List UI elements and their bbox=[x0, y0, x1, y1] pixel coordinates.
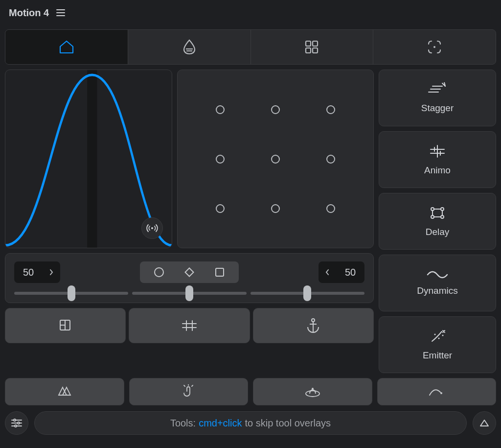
svg-point-47 bbox=[18, 422, 20, 424]
svg-point-39 bbox=[442, 335, 444, 336]
stagger-icon bbox=[428, 82, 447, 97]
swatches-icon bbox=[56, 385, 73, 398]
path-text-icon bbox=[180, 319, 199, 332]
svg-point-11 bbox=[151, 227, 153, 229]
shape-diamond[interactable] bbox=[174, 263, 205, 281]
timing-controls-panel: 50 bbox=[5, 253, 374, 303]
bottom-curve-path[interactable] bbox=[377, 378, 497, 405]
right-value-step[interactable] bbox=[319, 268, 336, 276]
tab-focus[interactable] bbox=[373, 30, 496, 64]
svg-point-40 bbox=[306, 391, 319, 397]
anchor-bc[interactable] bbox=[271, 204, 280, 213]
anchor-tr[interactable] bbox=[326, 105, 335, 114]
touch-icon bbox=[181, 384, 196, 399]
shape-circle[interactable] bbox=[144, 263, 174, 281]
anchor-tl[interactable] bbox=[216, 105, 225, 114]
sliders-icon bbox=[11, 418, 23, 428]
svg-point-48 bbox=[15, 425, 17, 427]
tool-sidebar: Stagger Animo Delay Dynamics Emitter bbox=[379, 70, 496, 373]
svg-rect-14 bbox=[216, 268, 224, 276]
emitter-icon bbox=[428, 329, 447, 344]
left-value-step[interactable] bbox=[43, 268, 60, 276]
svg-point-32 bbox=[441, 215, 444, 218]
anchor-tc[interactable] bbox=[271, 105, 280, 114]
svg-rect-13 bbox=[185, 268, 194, 277]
side-dynamics-label: Dynamics bbox=[417, 285, 457, 296]
anchor-mc[interactable] bbox=[271, 155, 280, 164]
easing-curve-panel[interactable] bbox=[5, 70, 172, 248]
svg-point-12 bbox=[155, 268, 163, 277]
svg-point-31 bbox=[431, 215, 434, 218]
menu-icon[interactable] bbox=[56, 9, 66, 17]
slider-3[interactable] bbox=[250, 292, 364, 295]
orbit-icon bbox=[304, 385, 321, 399]
broadcast-icon bbox=[146, 222, 158, 234]
svg-point-37 bbox=[434, 334, 436, 335]
hint-command: cmd+click bbox=[199, 418, 242, 429]
svg-point-38 bbox=[438, 338, 440, 339]
dynamics-icon bbox=[427, 270, 448, 280]
shape-selector bbox=[140, 261, 239, 283]
svg-rect-7 bbox=[306, 48, 311, 53]
anchor-point-panel bbox=[177, 70, 374, 248]
bottom-orbit[interactable] bbox=[253, 378, 372, 405]
svg-rect-6 bbox=[313, 41, 318, 46]
side-dynamics[interactable]: Dynamics bbox=[379, 255, 496, 311]
grid-icon bbox=[304, 39, 319, 55]
titlebar: Motion 4 bbox=[0, 0, 501, 25]
tool-layers[interactable] bbox=[5, 308, 126, 343]
tab-grid[interactable] bbox=[251, 30, 374, 64]
right-value-box: 50 bbox=[319, 261, 364, 283]
svg-point-41 bbox=[312, 388, 314, 390]
svg-point-29 bbox=[431, 208, 434, 211]
drop-icon bbox=[182, 39, 197, 55]
home-icon bbox=[58, 40, 75, 54]
broadcast-button[interactable] bbox=[141, 217, 163, 239]
anchor-bl[interactable] bbox=[216, 204, 225, 213]
main-tabs bbox=[5, 29, 496, 65]
side-animo[interactable]: Animo bbox=[379, 131, 496, 188]
slider-2[interactable] bbox=[132, 292, 246, 295]
shape-square[interactable] bbox=[205, 263, 235, 281]
collapse-button[interactable] bbox=[473, 411, 496, 435]
tab-drop[interactable] bbox=[128, 30, 251, 64]
focus-icon bbox=[426, 39, 443, 55]
svg-rect-10 bbox=[87, 70, 97, 248]
tool-path-text[interactable] bbox=[129, 308, 250, 343]
curve-path-icon bbox=[428, 385, 445, 398]
tab-home[interactable] bbox=[5, 30, 128, 64]
bottom-swatches[interactable] bbox=[5, 378, 124, 405]
slider-1[interactable] bbox=[14, 292, 128, 295]
svg-point-9 bbox=[433, 46, 435, 48]
svg-marker-49 bbox=[480, 420, 488, 426]
animo-icon bbox=[428, 143, 447, 159]
tool-anchor[interactable] bbox=[253, 308, 374, 343]
anchor-icon bbox=[306, 317, 320, 334]
bottom-touch[interactable] bbox=[129, 378, 249, 405]
hint-prefix: Tools: bbox=[170, 418, 196, 429]
side-emitter-label: Emitter bbox=[423, 350, 452, 361]
left-value-box: 50 bbox=[14, 261, 60, 283]
layers-icon bbox=[57, 317, 74, 334]
hint-bar: Tools: cmd+click to skip tool overlays bbox=[34, 411, 467, 435]
delay-icon bbox=[429, 205, 446, 221]
side-stagger[interactable]: Stagger bbox=[379, 70, 496, 126]
svg-point-30 bbox=[441, 208, 444, 211]
side-delay-label: Delay bbox=[426, 227, 450, 237]
side-delay[interactable]: Delay bbox=[379, 193, 496, 250]
svg-point-18 bbox=[312, 319, 315, 322]
left-value[interactable]: 50 bbox=[14, 267, 43, 278]
anchor-ml[interactable] bbox=[216, 155, 225, 164]
right-value[interactable]: 50 bbox=[336, 267, 364, 278]
app-title: Motion 4 bbox=[9, 7, 49, 19]
svg-point-46 bbox=[14, 419, 16, 421]
anchor-mr[interactable] bbox=[326, 155, 335, 164]
side-emitter[interactable]: Emitter bbox=[379, 316, 496, 373]
side-stagger-label: Stagger bbox=[421, 103, 454, 114]
sliders-row bbox=[14, 292, 364, 295]
triangle-up-icon bbox=[479, 418, 490, 428]
anchor-br[interactable] bbox=[326, 204, 335, 213]
svg-rect-8 bbox=[313, 48, 318, 53]
settings-button[interactable] bbox=[5, 411, 28, 435]
tool-row bbox=[5, 308, 374, 343]
